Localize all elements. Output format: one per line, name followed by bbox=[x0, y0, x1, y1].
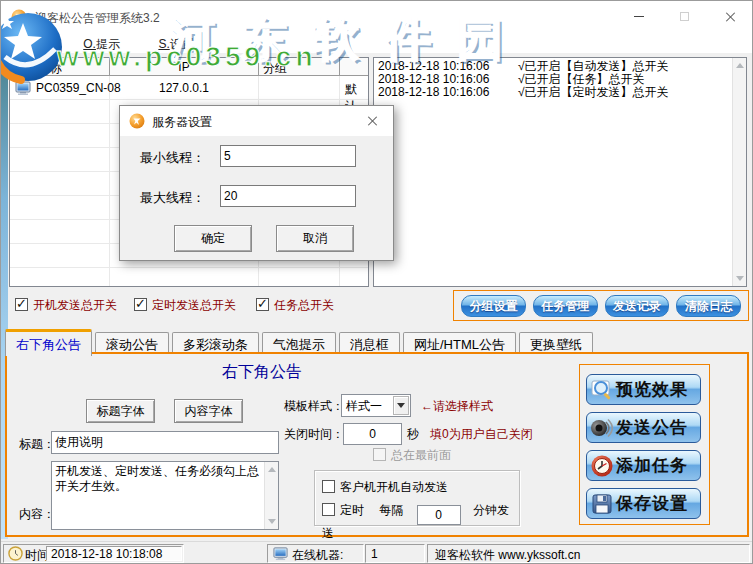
button-label: 保存设置 bbox=[616, 492, 688, 515]
dialog-title: 服务器设置 bbox=[152, 114, 212, 131]
cancel-button[interactable]: 取消 bbox=[276, 225, 354, 252]
timer-checkbox[interactable] bbox=[322, 503, 335, 516]
autostart-label: 客户机开机自动发送 bbox=[340, 480, 448, 494]
chevron-down-icon bbox=[393, 396, 409, 415]
menu-item-program[interactable]: P.程序 bbox=[3, 33, 57, 56]
brand-text: 迎客松软件 www.ykssoft.cn bbox=[435, 547, 580, 564]
log-scrollbar[interactable] bbox=[732, 58, 746, 286]
switch-label: 定时发送总开关 bbox=[152, 298, 236, 312]
computer-icon bbox=[273, 546, 288, 561]
scroll-down-icon bbox=[736, 276, 744, 281]
min-threads-label: 最小线程： bbox=[140, 149, 205, 167]
clock-icon bbox=[8, 546, 23, 561]
table-row[interactable]: PC0359_CN-08 127.0.0.1 默认分组 bbox=[10, 76, 368, 100]
autostart-checkbox[interactable]: 客户机开机自动发送 bbox=[322, 479, 448, 496]
send-log-button[interactable]: 发送记录 bbox=[605, 295, 670, 317]
ok-button[interactable]: 确定 bbox=[174, 225, 252, 252]
boot-send-master-switch[interactable]: 开机发送总开关 bbox=[15, 297, 117, 314]
log-message: √已开启【定时发送】总开关 bbox=[518, 85, 669, 99]
column-header-group[interactable]: 分组 bbox=[259, 58, 340, 75]
template-style-label: 模板样式： bbox=[284, 398, 344, 415]
tab-message-box[interactable]: 消息框 bbox=[339, 332, 400, 354]
scroll-up-icon bbox=[268, 467, 276, 472]
tab-color-marquee[interactable]: 多彩滚动条 bbox=[172, 332, 259, 354]
timed-send-master-switch[interactable]: 定时发送总开关 bbox=[134, 297, 236, 314]
speaker-icon bbox=[590, 416, 614, 440]
add-task-button[interactable]: 添加任务 bbox=[586, 450, 701, 481]
title-bar: 迎客松公告管理系统3.2 bbox=[1, 1, 753, 33]
status-online-count: 1 bbox=[365, 544, 425, 563]
send-options-groupbox: 客户机开机自动发送 定时 每隔 分钟发送 bbox=[314, 470, 520, 526]
topmost-checkbox[interactable]: 总在最前面 bbox=[373, 447, 451, 464]
min-threads-input[interactable] bbox=[220, 145, 356, 167]
clock-icon bbox=[590, 454, 614, 478]
maximize-icon bbox=[680, 12, 689, 21]
computer-icon bbox=[15, 80, 31, 96]
floppy-icon bbox=[590, 492, 614, 516]
caption-label: 标题： bbox=[19, 436, 55, 453]
tab-corner-notice[interactable]: 右下角公告 bbox=[5, 329, 92, 356]
side-actions-box: 预览效果 发送公告 添加任务 bbox=[579, 364, 710, 525]
timer-label: 定时 bbox=[340, 503, 364, 517]
topmost-label: 总在最前面 bbox=[391, 448, 451, 462]
scroll-up-icon bbox=[736, 63, 744, 68]
log-entry: 2018-12-18 10:16:06√已开启【定时发送】总开关 bbox=[378, 86, 746, 99]
tab-scroll-notice[interactable]: 滚动公告 bbox=[95, 332, 169, 354]
button-label: 添加任务 bbox=[616, 454, 688, 477]
window-title: 迎客松公告管理系统3.2 bbox=[35, 10, 160, 27]
menu-item-tips[interactable]: O.提示 bbox=[73, 33, 130, 56]
status-online-segment: 在线机器: bbox=[267, 544, 364, 563]
log-message: √已开启【自动发送】总开关 bbox=[518, 59, 669, 73]
preview-button[interactable]: 预览效果 bbox=[586, 374, 701, 405]
corner-notice-panel: 右下角公告 标题字体 内容字体 模板样式： 样式一 ←请选择样式 关闭时间： 秒… bbox=[5, 352, 749, 537]
machine-table-header: 机器名称 IP 分组 bbox=[10, 58, 368, 76]
column-header-ip[interactable]: IP bbox=[110, 58, 259, 75]
log-time: 2018-12-18 10:16:06 bbox=[378, 86, 518, 99]
column-header-machine-name[interactable]: 机器名称 bbox=[10, 58, 110, 75]
group-settings-button[interactable]: 分组设置 bbox=[461, 295, 526, 317]
tab-url-html[interactable]: 网址/HTML公告 bbox=[403, 332, 516, 354]
checkbox-checked-icon bbox=[134, 298, 147, 311]
close-time-input[interactable] bbox=[343, 423, 402, 445]
close-time-unit: 秒 bbox=[407, 426, 419, 443]
status-time-segment: 时间: 2018-12-18 10:18:08 bbox=[3, 544, 184, 563]
log-message: √已开启【任务】总开关 bbox=[518, 72, 645, 86]
toolbar-box: 分组设置 任务管理 发送记录 清除日志 bbox=[453, 290, 749, 321]
checkbox-checked-icon bbox=[256, 298, 269, 311]
title-font-button[interactable]: 标题字体 bbox=[86, 399, 155, 423]
dialog-close-button[interactable] bbox=[353, 106, 393, 136]
app-window: 迎客松公告管理系统3.2 P.程序 O.提示 S.设置 机器名称 IP 分组 bbox=[0, 0, 753, 564]
timer-minutes-input[interactable] bbox=[417, 505, 461, 525]
switch-label: 开机发送总开关 bbox=[33, 298, 117, 312]
max-threads-label: 最大线程： bbox=[140, 189, 205, 207]
maximize-button[interactable] bbox=[662, 1, 708, 32]
menu-item-settings[interactable]: S.设置 bbox=[148, 33, 203, 56]
save-settings-button[interactable]: 保存设置 bbox=[586, 488, 701, 519]
clear-log-button[interactable]: 清除日志 bbox=[676, 295, 741, 317]
template-style-value: 样式一 bbox=[346, 398, 382, 415]
content-textarea[interactable]: 开机发送、定时发送、任务必须勾上总开关才生效。 bbox=[52, 462, 264, 529]
time-value: 2018-12-18 10:18:08 bbox=[51, 547, 162, 561]
close-time-hint: 填0为用户自己关闭 bbox=[430, 426, 533, 443]
tab-bubble-tip[interactable]: 气泡提示 bbox=[262, 332, 336, 354]
app-logo-icon bbox=[11, 9, 27, 25]
template-style-dropdown[interactable]: 样式一 bbox=[341, 394, 411, 417]
app-logo-icon bbox=[129, 113, 145, 129]
tab-wallpaper[interactable]: 更换壁纸 bbox=[519, 332, 593, 354]
task-manage-button[interactable]: 任务管理 bbox=[533, 295, 598, 317]
minimize-icon bbox=[634, 16, 644, 17]
close-button[interactable] bbox=[708, 1, 753, 32]
content-font-button[interactable]: 内容字体 bbox=[174, 399, 243, 423]
send-notice-button[interactable]: 发送公告 bbox=[586, 412, 701, 443]
content-scrollbar[interactable] bbox=[264, 462, 278, 529]
caption-input[interactable] bbox=[51, 431, 279, 454]
max-threads-input[interactable] bbox=[220, 185, 356, 207]
online-machines-value: 1 bbox=[371, 547, 378, 561]
minimize-button[interactable] bbox=[616, 1, 662, 32]
status-bar: 时间: 2018-12-18 10:18:08 在线机器: 1 迎客松软件 ww… bbox=[1, 541, 753, 564]
button-label: 预览效果 bbox=[616, 378, 688, 401]
template-hint: ←请选择样式 bbox=[421, 398, 493, 415]
checkbox-checked-icon bbox=[15, 298, 28, 311]
task-master-switch[interactable]: 任务总开关 bbox=[256, 297, 334, 314]
close-icon bbox=[725, 11, 737, 23]
